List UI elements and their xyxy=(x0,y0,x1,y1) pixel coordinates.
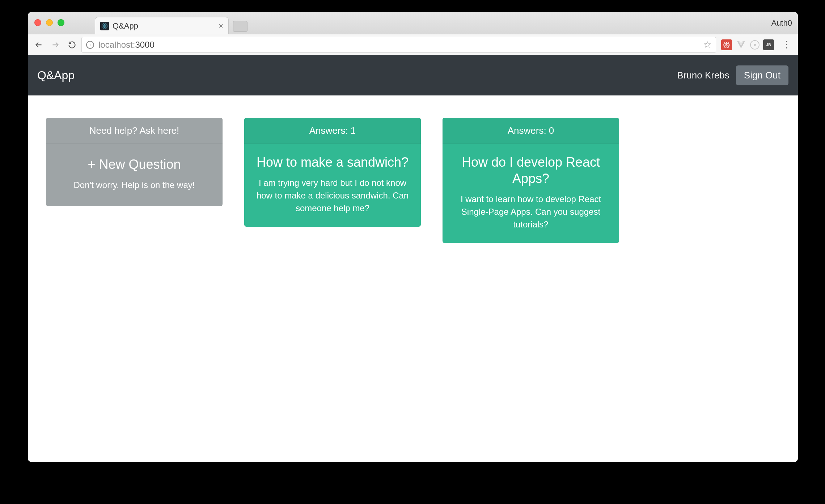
browser-tab[interactable]: Q&App × xyxy=(95,17,229,34)
app-brand[interactable]: Q&App xyxy=(37,69,75,82)
card-description: I want to learn how to develop React Sin… xyxy=(453,193,609,231)
current-user-label: Bruno Krebs xyxy=(677,70,729,81)
back-button[interactable] xyxy=(31,38,46,52)
card-title: How do I develop React Apps? xyxy=(453,154,609,187)
chrome-profile-label[interactable]: Auth0 xyxy=(771,18,792,28)
sign-out-button[interactable]: Sign Out xyxy=(736,65,788,85)
card-header: Need help? Ask here! xyxy=(46,118,223,144)
tab-close-icon[interactable]: × xyxy=(219,21,223,31)
question-card[interactable]: Answers: 0 How do I develop React Apps? … xyxy=(443,118,619,243)
page-viewport: Q&App Bruno Krebs Sign Out Need help? As… xyxy=(28,55,798,462)
card-title: + New Question xyxy=(56,156,212,172)
chrome-menu-icon[interactable]: ⋮ xyxy=(779,39,794,50)
url-text: localhost:3000 xyxy=(98,40,155,50)
window-close-button[interactable] xyxy=(34,19,41,26)
reload-button[interactable] xyxy=(65,38,79,52)
site-info-icon[interactable]: i xyxy=(86,41,94,49)
forward-button[interactable] xyxy=(48,38,63,52)
browser-window: Q&App × Auth0 i localhost:3000 ☆ xyxy=(28,12,798,462)
extension-icon[interactable] xyxy=(750,40,760,50)
card-title: How to make a sandwich? xyxy=(254,154,411,170)
address-bar[interactable]: i localhost:3000 ☆ xyxy=(81,37,716,53)
svg-point-3 xyxy=(104,25,105,26)
window-controls xyxy=(34,19,64,26)
cards-container: Need help? Ask here! + New Question Don'… xyxy=(28,95,798,265)
card-description: Don't worry. Help is on the way! xyxy=(56,179,212,192)
card-header: Answers: 1 xyxy=(244,118,421,144)
app-navbar: Q&App Bruno Krebs Sign Out xyxy=(28,55,798,95)
react-favicon-icon xyxy=(100,22,109,30)
svg-point-7 xyxy=(726,44,727,45)
card-header: Answers: 0 xyxy=(443,118,619,144)
vue-devtools-extension-icon[interactable] xyxy=(736,39,746,50)
card-description: I am trying very hard but I do not know … xyxy=(254,177,411,214)
window-minimize-button[interactable] xyxy=(46,19,53,26)
browser-titlebar: Q&App × Auth0 xyxy=(28,12,798,34)
browser-toolbar: i localhost:3000 ☆ JB ⋮ xyxy=(28,34,798,55)
new-question-card[interactable]: Need help? Ask here! + New Question Don'… xyxy=(46,118,223,206)
window-zoom-button[interactable] xyxy=(58,19,64,26)
tab-title: Q&App xyxy=(113,21,219,31)
jetbrains-extension-icon[interactable]: JB xyxy=(763,39,774,50)
question-card[interactable]: Answers: 1 How to make a sandwich? I am … xyxy=(244,118,421,227)
new-tab-button[interactable] xyxy=(233,21,248,32)
bookmark-star-icon[interactable]: ☆ xyxy=(703,39,711,50)
react-devtools-extension-icon[interactable] xyxy=(721,39,732,50)
extensions-area: JB xyxy=(718,39,777,50)
